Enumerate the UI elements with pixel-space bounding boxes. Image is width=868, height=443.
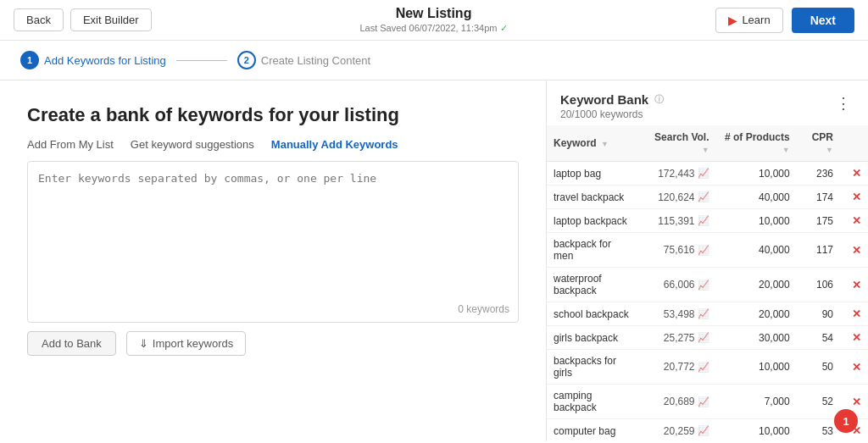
cell-products: 40,000 (716, 233, 797, 268)
remove-keyword-button[interactable]: ✕ (847, 361, 861, 374)
col-products[interactable]: # of Products ▼ (716, 125, 797, 162)
get-suggestions-link[interactable]: Get keyword suggestions (131, 138, 254, 151)
cell-cpr: 106 (797, 268, 840, 302)
trend-icon: 📈 (698, 396, 709, 407)
cell-products: 30,000 (716, 326, 797, 350)
table-row: waterproof backpack 66,006 📈 20,000 106 … (547, 268, 868, 302)
cell-remove: ✕ (840, 326, 868, 350)
notification-badge[interactable]: 1 (834, 409, 858, 433)
cell-vol: 53,498 📈 (640, 302, 715, 326)
cell-remove: ✕ (840, 162, 868, 186)
cell-products: 10,000 (716, 350, 797, 385)
table-row: girls backpack 25,275 📈 30,000 54 ✕ (547, 326, 868, 350)
remove-keyword-button[interactable]: ✕ (847, 331, 861, 344)
cell-cpr: 54 (797, 326, 840, 350)
saved-check-icon: ✓ (500, 23, 508, 33)
remove-keyword-button[interactable]: ✕ (847, 167, 861, 180)
cell-vol: 66,006 📈 (640, 268, 715, 302)
cell-keyword: waterproof backpack (547, 268, 640, 302)
cell-vol: 20,259 📈 (640, 419, 715, 442)
cell-products: 40,000 (716, 186, 797, 209)
keyword-bank-header: Keyword Bank ⓘ 20/1000 keywords ⋮ (547, 80, 868, 125)
trend-icon: 📈 (698, 332, 709, 343)
col-remove (840, 125, 868, 162)
remove-keyword-button[interactable]: ✕ (847, 191, 861, 203)
step-2-label: Create Listing Content (261, 54, 370, 67)
remove-keyword-button[interactable]: ✕ (847, 279, 861, 291)
table-row: laptop bag 172,443 📈 10,000 236 ✕ (547, 162, 868, 186)
cell-cpr: 174 (797, 186, 840, 209)
header-left: Back Exit Builder (14, 8, 152, 31)
header-right: ▶ Learn Next (715, 8, 854, 33)
cell-cpr: 52 (797, 385, 840, 419)
table-row: backpack for men 75,616 📈 40,000 117 ✕ (547, 233, 868, 268)
import-keywords-button[interactable]: ⇓ Import keywords (126, 331, 246, 356)
trend-icon: 📈 (698, 215, 709, 226)
manually-add-link[interactable]: Manually Add Keywords (271, 138, 398, 151)
panel-title: Create a bank of keywords for your listi… (27, 104, 519, 126)
cell-keyword: laptop backpack (547, 209, 640, 233)
cell-keyword: camping backpack (547, 385, 640, 419)
col-keyword[interactable]: Keyword ▼ (547, 125, 640, 162)
sort-arrow-keyword: ▼ (601, 140, 609, 148)
cell-remove: ✕ (840, 186, 868, 209)
cell-keyword: computer bag (547, 419, 640, 442)
header: Back Exit Builder New Listing Last Saved… (0, 0, 868, 41)
table-row: travel backpack 120,624 📈 40,000 174 ✕ (547, 186, 868, 209)
kebab-menu-icon[interactable]: ⋮ (831, 92, 856, 114)
cell-keyword: backpacks for girls (547, 350, 640, 385)
learn-button[interactable]: ▶ Learn (715, 8, 782, 33)
back-button[interactable]: Back (14, 8, 64, 31)
cell-remove: ✕ (840, 209, 868, 233)
keyword-bank-count: 20/1000 keywords (560, 108, 664, 120)
cell-cpr: 50 (797, 350, 840, 385)
cell-products: 7,000 (716, 385, 797, 419)
cell-remove: ✕ (840, 233, 868, 268)
trend-icon: 📈 (698, 280, 709, 291)
main-content: Create a bank of keywords for your listi… (0, 80, 868, 441)
step-1[interactable]: 1 Add Keywords for Listing (20, 51, 166, 69)
keyword-table-scroll[interactable]: Keyword ▼ Search Vol. ▼ # of Products ▼ (547, 125, 868, 441)
cell-vol: 120,624 📈 (640, 186, 715, 209)
table-row: camping backpack 20,689 📈 7,000 52 ✕ (547, 385, 868, 419)
remove-keyword-button[interactable]: ✕ (847, 244, 861, 257)
trend-icon: 📈 (698, 245, 709, 256)
keyword-count: 0 keywords (458, 303, 509, 315)
add-to-bank-button[interactable]: Add to Bank (27, 331, 116, 356)
trend-icon: 📈 (698, 425, 709, 436)
keyword-bank-title: Keyword Bank ⓘ (560, 92, 664, 107)
remove-keyword-button[interactable]: ✕ (847, 214, 861, 227)
cell-keyword: girls backpack (547, 326, 640, 350)
remove-keyword-button[interactable]: ✕ (847, 307, 861, 320)
kb-title-wrap: Keyword Bank ⓘ 20/1000 keywords (560, 92, 664, 120)
cell-keyword: school backpack (547, 302, 640, 326)
cell-cpr: 90 (797, 302, 840, 326)
col-cpr[interactable]: CPR ▼ (797, 125, 840, 162)
col-search-vol[interactable]: Search Vol. ▼ (640, 125, 715, 162)
step-2[interactable]: 2 Create Listing Content (237, 51, 370, 69)
last-saved: Last Saved 06/07/2022, 11:34pm ✓ (359, 23, 507, 34)
cell-vol: 172,443 📈 (640, 162, 715, 186)
cell-vol: 20,772 📈 (640, 350, 715, 385)
cell-products: 10,000 (716, 419, 797, 442)
cell-remove: ✕ (840, 302, 868, 326)
info-icon[interactable]: ⓘ (654, 93, 664, 106)
camera-icon: ▶ (728, 14, 737, 27)
cell-products: 20,000 (716, 268, 797, 302)
keyword-table: Keyword ▼ Search Vol. ▼ # of Products ▼ (547, 125, 868, 441)
keyword-action-tabs: Add From My List Get keyword suggestions… (27, 138, 519, 151)
left-panel: Create a bank of keywords for your listi… (0, 80, 546, 441)
keyword-table-body: laptop bag 172,443 📈 10,000 236 ✕ travel… (547, 162, 868, 442)
cell-products: 20,000 (716, 302, 797, 326)
table-row: backpacks for girls 20,772 📈 10,000 50 ✕ (547, 350, 868, 385)
add-from-list-link[interactable]: Add From My List (27, 138, 114, 151)
table-header: Keyword ▼ Search Vol. ▼ # of Products ▼ (547, 125, 868, 162)
next-button[interactable]: Next (792, 8, 854, 33)
header-center: New Listing Last Saved 06/07/2022, 11:34… (359, 6, 507, 34)
keyword-textarea[interactable] (28, 162, 518, 297)
exit-builder-button[interactable]: Exit Builder (70, 8, 152, 31)
steps-bar: 1 Add Keywords for Listing 2 Create List… (0, 41, 868, 80)
table-row: computer bag 20,259 📈 10,000 53 ✕ (547, 419, 868, 442)
import-icon: ⇓ (139, 337, 148, 350)
remove-keyword-button[interactable]: ✕ (847, 396, 861, 408)
